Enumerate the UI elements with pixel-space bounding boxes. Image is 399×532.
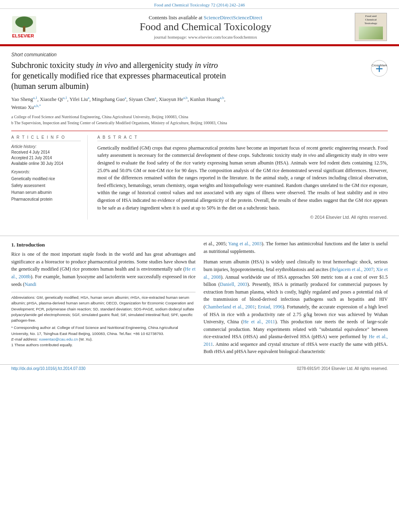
journal-homepage: journal homepage: www.elsevier.com/locat…	[64, 35, 347, 39]
article-info-heading: A R T I C L E I N F O	[11, 135, 81, 141]
left-column: 1. Introduction Rice is one of the most …	[11, 240, 195, 359]
abbreviations-text: GM, genetically modified; HSA, human ser…	[11, 295, 194, 322]
journal-bar: Food and Chemical Toxicology 72 (2014) 2…	[0, 0, 399, 9]
ref-nandi[interactable]: Nandi	[25, 281, 36, 287]
abbreviations-label: Abbreviations: GM, genetically modified;…	[11, 295, 195, 323]
author-yao-sheng: Yao Sheng	[11, 97, 33, 102]
ref-he2011[interactable]: He et al., 2011	[243, 319, 275, 325]
keywords-label: Keywords:	[11, 170, 81, 174]
ref-belgacem[interactable]: Belgacem et al., 2007	[331, 267, 374, 272]
keyword-1: Genetically modified rice	[11, 175, 81, 182]
ref-yang2003[interactable]: Yang et al., 2003	[228, 241, 261, 246]
intro-para2: Human serum albumin (HSA) is widely used…	[204, 258, 388, 355]
abstract-column: A B S T R A C T Genetically modified (GM…	[97, 135, 388, 220]
author-mingzhang-guo: Mingzhang Guo	[92, 97, 125, 102]
author-yifei-liu: Yifei Liu	[70, 97, 88, 102]
issn-text: 0278-6915/© 2014 Elsevier Ltd. All right…	[297, 366, 388, 371]
science-direct-link[interactable]: ScienceDirect	[204, 14, 233, 21]
author-wentao-xu: Wentao Xu	[11, 105, 34, 110]
ref-chamberland[interactable]: Chamberland et al., 2001	[205, 304, 255, 310]
keyword-3: Human serum albumin	[11, 189, 81, 196]
article-type-label: Short communication	[11, 52, 388, 58]
section1-number: 1.	[11, 242, 15, 248]
abstract-text: Genetically modified (GM) crops that exp…	[97, 144, 388, 212]
intro-para1-cont: et al., 2005; Yang et al., 2003). The fo…	[204, 240, 388, 255]
section1-heading: Introduction	[16, 242, 45, 248]
contents-label: Contents lists available at	[149, 14, 202, 21]
footnotes-area: Abbreviations: GM, genetically modified;…	[11, 292, 195, 348]
corresponding-author-note: * Corresponding author at: College of Fo…	[11, 325, 195, 337]
journal-citation: Food and Chemical Toxicology 72 (2014) 2…	[154, 2, 245, 7]
affiliations: a College of Food Science and Nutritiona…	[11, 114, 388, 126]
article-info-column: A R T I C L E I N F O Article history: R…	[11, 135, 88, 220]
article-body: Short communication Subchronic toxicity …	[0, 46, 399, 232]
footer-bar: http://dx.doi.org/10.1016/j.fct.2014.07.…	[0, 364, 399, 372]
elsevier-logo-area: ELSEVIER	[8, 14, 56, 40]
author-siyuan-chen: Siyuan Chen	[129, 97, 154, 102]
elsevier-logo-svg: ELSEVIER	[10, 14, 54, 40]
authors-line: Yao Shenga,1, Xiaozhe Qia,1, Yifei Liua,…	[11, 95, 388, 111]
journal-thumbnail-area: Food andChemicalToxicology	[355, 13, 391, 41]
journal-header: ELSEVIER Contents lists available at Sci…	[0, 9, 399, 45]
email-person: (W. Xu).	[79, 337, 93, 341]
journal-title: Food and Chemical Toxicology	[64, 21, 347, 33]
crossmark-badge: CrossMark	[371, 60, 388, 78]
title-area: Subchronic toxicity study in vivo and al…	[11, 60, 388, 91]
ref-he2011b[interactable]: He et al., 2011	[204, 334, 388, 347]
svg-point-1	[15, 16, 33, 28]
keyword-2: Safety assessment	[11, 182, 81, 189]
right-column: et al., 2005; Yang et al., 2003). The fo…	[204, 240, 388, 359]
ref-nandi-et-al: et al., 2005;	[204, 241, 228, 246]
email-line: E-mail address: xuwentao@cau.edu.cn (W. …	[11, 337, 195, 342]
intro-para1: Rice is one of the most important staple…	[11, 251, 195, 288]
ref-daniell[interactable]: Daniell, 2003	[220, 281, 247, 287]
corresponding-star: * Corresponding author at:	[11, 325, 57, 330]
section1-title: 1. Introduction	[11, 242, 195, 248]
equal-contrib-note: 1 These authors contributed equally.	[11, 342, 195, 348]
keywords-section: Keywords: Genetically modified rice Safe…	[11, 170, 81, 203]
doi-link[interactable]: http://dx.doi.org/10.1016/j.fct.2014.07.…	[11, 366, 86, 371]
keyword-4: Pharmaceutical protein	[11, 196, 81, 203]
journal-thumbnail: Food andChemicalToxicology	[355, 13, 387, 41]
ref-erstad[interactable]: Erstad, 1996	[258, 304, 283, 310]
author-xiaozhe-qi: Xiaozhe Qi	[40, 97, 63, 102]
svg-rect-2	[23, 26, 25, 32]
history-label: Article history:	[11, 144, 81, 149]
copyright-line: © 2014 Elsevier Ltd. All rights reserved…	[97, 215, 388, 220]
author-xiaoyun-he: Xiaoyun He	[159, 97, 183, 102]
available-date: Available online 30 July 2014	[11, 161, 81, 166]
abstract-heading: A B S T R A C T	[97, 135, 388, 141]
accepted-date: Accepted 21 July 2014	[11, 156, 81, 160]
article-title: Subchronic toxicity study in vivo and al…	[11, 60, 341, 91]
email-address[interactable]: xuwentao@cau.edu.cn	[39, 337, 78, 341]
ref-he2008b[interactable]: He et al., 2008b	[11, 266, 195, 279]
science-direct-line: Contents lists available at ScienceDirec…	[64, 14, 347, 21]
affiliation-a: a College of Food Science and Nutritiona…	[11, 114, 388, 120]
affiliation-b: b The Supervision, Inspection and Testin…	[11, 120, 388, 126]
author-kunlun-huang: Kunlun Huang	[190, 97, 220, 102]
main-content: 1. Introduction Rice is one of the most …	[0, 240, 399, 364]
journal-title-area: Contents lists available at ScienceDirec…	[56, 14, 355, 39]
svg-text:ELSEVIER: ELSEVIER	[12, 33, 34, 38]
section-divider	[0, 236, 399, 236]
received-date: Received 4 July 2014	[11, 150, 81, 154]
info-abstract-section: A R T I C L E I N F O Article history: R…	[11, 131, 388, 220]
